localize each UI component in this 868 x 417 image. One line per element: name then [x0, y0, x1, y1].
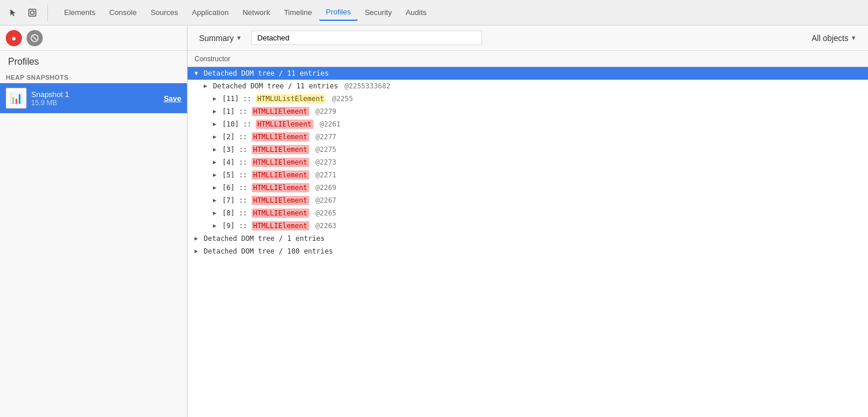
tree-row[interactable]: ▶[9] :: HTMLLIElement @2263 [188, 219, 868, 232]
summary-dropdown-arrow: ▼ [236, 35, 242, 41]
nav-tab-console[interactable]: Console [102, 5, 144, 20]
tree-tag: HTMLLIElement [252, 170, 309, 180]
tree-row[interactable]: ▶Detached DOM tree / 11 entries @2255333… [188, 80, 868, 92]
nav-tabs: ElementsConsoleSourcesApplicationNetwork… [57, 4, 433, 21]
tree-tag: HTMLLIElement [252, 132, 309, 142]
objects-dropdown-arrow: ▼ [851, 35, 856, 41]
tree-label: Detached DOM tree / 11 entries [203, 69, 868, 77]
summary-dropdown[interactable]: Summary ▼ [194, 31, 246, 45]
tree-label: [8] :: HTMLLIElement @2265 [221, 209, 868, 217]
tree-arrow: ▶ [213, 172, 221, 178]
tree-label: [9] :: HTMLLIElement @2263 [221, 222, 868, 230]
tree-arrow: ▶ [213, 222, 221, 229]
tree-text: Detached DOM tree / 1 entries [204, 234, 325, 243]
clear-button[interactable] [27, 30, 43, 46]
snapshot-save-button[interactable]: Save [164, 94, 181, 103]
tree-at-id: @2279 [312, 107, 336, 116]
tree-tag: HTMLLIElement [252, 158, 309, 167]
tree-arrow: ▶ [213, 133, 221, 140]
tree-row[interactable]: ▶[5] :: HTMLLIElement @2271 [188, 169, 868, 181]
nav-tab-elements[interactable]: Elements [57, 5, 102, 20]
tree-row[interactable]: ▶[6] :: HTMLLIElement @2269 [188, 181, 868, 194]
tree-arrow: ▶ [213, 121, 221, 127]
tree-row[interactable]: ▶[11] :: HTMLUListElement @2255 [188, 92, 868, 105]
tree-text: Detached DOM tree / 100 entries [204, 247, 333, 255]
tree-label: [11] :: HTMLUListElement @2255 [221, 95, 868, 103]
tree-row[interactable]: ▶Detached DOM tree / 100 entries [188, 245, 868, 258]
main-layout: ● Profiles HEAP SNAPSHOTS 📊 Snapshot 1 1… [0, 25, 868, 417]
sidebar: ● Profiles HEAP SNAPSHOTS 📊 Snapshot 1 1… [0, 25, 188, 417]
tree-label: [7] :: HTMLLIElement @2267 [221, 196, 868, 204]
nav-tab-audits[interactable]: Audits [399, 5, 433, 20]
objects-dropdown[interactable]: All objects ▼ [807, 31, 861, 45]
top-nav: ElementsConsoleSourcesApplicationNetwork… [0, 0, 868, 25]
tree-at-id: @2255333682 [341, 82, 391, 90]
tree-prefix: [3] :: [222, 146, 252, 154]
heap-snapshots-header: HEAP SNAPSHOTS [0, 70, 187, 83]
tree-tag: HTMLLIElement [252, 145, 309, 154]
summary-label: Summary [199, 33, 234, 43]
tree-prefix: [4] :: [222, 158, 252, 166]
tree-label: [4] :: HTMLLIElement @2273 [221, 158, 868, 166]
nav-tab-security[interactable]: Security [358, 5, 399, 20]
tree-at-id: @2261 [316, 120, 341, 128]
tree-tag: HTMLUListElement [256, 94, 326, 103]
record-button[interactable]: ● [6, 30, 22, 46]
nav-tab-sources[interactable]: Sources [144, 5, 185, 20]
tree-label: [1] :: HTMLLIElement @2279 [221, 107, 868, 116]
tree-prefix: [9] :: [222, 222, 252, 230]
tree-prefix: [2] :: [222, 133, 252, 141]
nav-tab-timeline[interactable]: Timeline [277, 5, 319, 20]
tree-label: [3] :: HTMLLIElement @2275 [221, 146, 868, 154]
tree-row[interactable]: ▶[1] :: HTMLLIElement @2279 [188, 105, 868, 118]
tree-label: Detached DOM tree / 11 entries @22553336… [212, 82, 868, 90]
tree-content[interactable]: ▼Detached DOM tree / 11 entries▶Detached… [188, 67, 868, 417]
tree-row[interactable]: ▶[3] :: HTMLLIElement @2275 [188, 143, 868, 156]
tree-row[interactable]: ▶[4] :: HTMLLIElement @2273 [188, 156, 868, 169]
tree-tag: HTMLLIElement [256, 120, 313, 129]
tree-at-id: @2263 [312, 222, 336, 230]
tree-at-id: @2265 [312, 209, 336, 217]
nav-tab-network[interactable]: Network [235, 5, 277, 20]
tree-prefix: [11] :: [222, 95, 256, 103]
tree-at-id: @2269 [312, 184, 336, 192]
tree-row[interactable]: ▶[2] :: HTMLLIElement @2277 [188, 131, 868, 143]
svg-line-3 [33, 36, 36, 40]
nav-tab-application[interactable]: Application [185, 5, 236, 20]
tree-arrow: ▶ [194, 248, 203, 254]
tree-prefix: [5] :: [222, 171, 252, 179]
tree-row[interactable]: ▼Detached DOM tree / 11 entries [188, 67, 868, 80]
tree-text: Detached DOM tree / 11 entries [204, 69, 329, 77]
tree-at-id: @2277 [312, 133, 336, 141]
tree-arrow: ▶ [194, 235, 203, 241]
inspect-icon-btn[interactable] [24, 5, 40, 21]
filter-input[interactable] [251, 31, 482, 45]
tree-row[interactable]: ▶[8] :: HTMLLIElement @2265 [188, 207, 868, 219]
snapshot-name: Snapshot 1 [31, 90, 159, 99]
tree-arrow: ▶ [213, 108, 221, 114]
tree-prefix: [8] :: [222, 209, 252, 217]
snapshot-icon: 📊 [6, 88, 27, 109]
tree-at-id: @2271 [312, 171, 336, 179]
snapshot-info: Snapshot 1 15.9 MB [31, 90, 159, 107]
tree-at-id: @2275 [312, 146, 336, 154]
tree-prefix: [1] :: [222, 107, 252, 116]
tree-arrow: ▶ [213, 146, 221, 152]
tree-row[interactable]: ▶Detached DOM tree / 1 entries [188, 232, 868, 245]
snapshot-size: 15.9 MB [31, 99, 159, 107]
tree-row[interactable]: ▶[10] :: HTMLLIElement @2261 [188, 118, 868, 131]
svg-rect-0 [29, 9, 36, 16]
tree-arrow: ▶ [213, 197, 221, 203]
nav-icons [5, 5, 48, 21]
tree-tag: HTMLLIElement [252, 208, 309, 218]
tree-prefix: [7] :: [222, 196, 252, 204]
nav-tab-profiles[interactable]: Profiles [319, 4, 358, 21]
objects-label: All objects [811, 33, 848, 43]
cursor-icon-btn[interactable] [5, 5, 21, 21]
tree-tag: HTMLLIElement [252, 183, 309, 192]
snapshot-item[interactable]: 📊 Snapshot 1 15.9 MB Save [0, 83, 187, 113]
tree-arrow: ▶ [213, 210, 221, 216]
tree-arrow: ▶ [213, 95, 221, 102]
tree-at-id: @2267 [312, 196, 336, 204]
tree-row[interactable]: ▶[7] :: HTMLLIElement @2267 [188, 194, 868, 207]
